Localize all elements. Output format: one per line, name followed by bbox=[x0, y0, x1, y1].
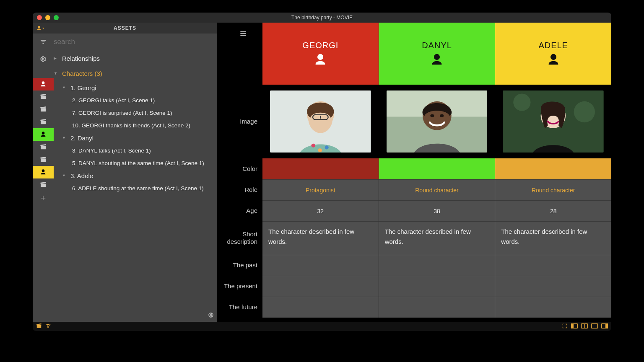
character-image-cell[interactable] bbox=[495, 85, 611, 158]
character-header-danyl[interactable]: DANYL bbox=[379, 23, 495, 85]
svg-point-31 bbox=[440, 114, 444, 117]
svg-rect-15 bbox=[40, 182, 46, 184]
character-badge-georgi[interactable] bbox=[33, 78, 54, 90]
past-cell[interactable] bbox=[379, 255, 495, 276]
layout-split-icon[interactable] bbox=[581, 323, 588, 330]
svg-rect-14 bbox=[41, 184, 46, 187]
portrait-image bbox=[270, 90, 371, 153]
tree-item-character[interactable]: ▼ 3. Adele bbox=[54, 169, 217, 182]
tree-item-event[interactable]: 3. DANYL talks (Act I, Scene 1) bbox=[54, 144, 217, 157]
user-menu-button[interactable]: ▾ bbox=[33, 26, 48, 31]
app-window: The birthday party - MOVIE ▾ ASSETS bbox=[33, 13, 611, 331]
tree-label: 10. GEORGI thanks his friends (Act I, Sc… bbox=[72, 122, 190, 129]
gear-icon[interactable] bbox=[33, 53, 54, 65]
svg-point-30 bbox=[430, 114, 434, 117]
row-label-role: Role bbox=[217, 179, 262, 200]
svg-point-26 bbox=[318, 148, 322, 152]
scene-icon bbox=[33, 103, 54, 116]
age-cell[interactable]: 32 bbox=[262, 200, 379, 221]
present-cell[interactable] bbox=[379, 276, 495, 297]
filter-icon[interactable] bbox=[33, 38, 54, 46]
layout-full-icon[interactable] bbox=[591, 323, 598, 330]
future-cell[interactable] bbox=[379, 297, 495, 318]
color-swatch[interactable] bbox=[379, 158, 495, 179]
short-description-cell[interactable]: The character described in few words. bbox=[379, 221, 495, 255]
svg-point-25 bbox=[325, 145, 329, 149]
tree-item-event[interactable]: 6. ADELE shouting at the same time (Act … bbox=[54, 182, 217, 194]
view-mode-scenes-icon[interactable] bbox=[36, 323, 42, 330]
scene-icon bbox=[33, 153, 54, 166]
svg-rect-5 bbox=[40, 94, 46, 96]
tree-label: Relationships bbox=[62, 55, 100, 62]
tree-item-event[interactable]: 7. GEORGI is surprised (Act I, Scene 1) bbox=[54, 106, 217, 119]
character-name: ADELE bbox=[538, 41, 568, 50]
svg-rect-9 bbox=[40, 119, 46, 121]
character-header-georgi[interactable]: GEORGI bbox=[262, 23, 379, 85]
tree-item-relationships[interactable]: ▶ Relationships bbox=[54, 52, 217, 65]
assets-header: ▾ ASSETS bbox=[33, 23, 217, 34]
role-cell[interactable]: Round character bbox=[495, 179, 611, 200]
tree-item-character[interactable]: ▼ 2. Danyl bbox=[54, 132, 217, 144]
character-image-cell[interactable] bbox=[379, 85, 495, 158]
search-row bbox=[33, 34, 217, 50]
tree-label: 3. Adele bbox=[70, 172, 93, 179]
tree-label: 7. GEORGI is surprised (Act I, Scene 1) bbox=[72, 110, 172, 116]
character-name: DANYL bbox=[422, 41, 452, 50]
asset-tree: ▶ Relationships ▼ Characters (3) ▼ 1. Ge… bbox=[54, 50, 217, 322]
short-description-cell[interactable]: The character described in few words. bbox=[495, 221, 611, 255]
row-label-image: Image bbox=[217, 85, 262, 158]
add-asset-button[interactable]: + bbox=[33, 191, 54, 205]
gutter-column: + bbox=[33, 50, 54, 322]
color-swatch[interactable] bbox=[495, 158, 611, 179]
role-cell[interactable]: Round character bbox=[379, 179, 495, 200]
character-header-adele[interactable]: ADELE bbox=[495, 23, 611, 85]
present-cell[interactable] bbox=[495, 276, 611, 297]
character-badge-adele[interactable] bbox=[33, 166, 54, 178]
layout-right-icon[interactable] bbox=[601, 323, 608, 330]
color-swatch[interactable] bbox=[262, 158, 379, 179]
age-cell[interactable]: 38 bbox=[379, 200, 495, 221]
tree-item-characters[interactable]: ▼ Characters (3) bbox=[54, 67, 217, 80]
chevron-down-icon: ▼ bbox=[54, 71, 58, 75]
assets-header-title: ASSETS bbox=[48, 25, 202, 31]
window-title: The birthday party - MOVIE bbox=[33, 15, 611, 21]
svg-rect-13 bbox=[40, 157, 46, 158]
tree-item-event[interactable]: 10. GEORGI thanks his friends (Act I, Sc… bbox=[54, 119, 217, 132]
chevron-down-icon: ▼ bbox=[62, 136, 66, 140]
age-cell[interactable]: 28 bbox=[495, 200, 611, 221]
tree-item-event[interactable]: 2. GEORGI talks (Act I, Scene 1) bbox=[54, 94, 217, 106]
scene-icon bbox=[33, 178, 54, 191]
tree-label: 1. Georgi bbox=[70, 84, 96, 91]
hamburger-icon[interactable] bbox=[239, 29, 247, 39]
panel-settings-icon[interactable] bbox=[208, 312, 214, 319]
svg-rect-47 bbox=[606, 323, 608, 328]
scene-icon bbox=[33, 141, 54, 153]
tree-item-character[interactable]: ▼ 1. Georgi bbox=[54, 81, 217, 94]
present-cell[interactable] bbox=[262, 276, 379, 297]
layout-left-icon[interactable] bbox=[571, 323, 578, 330]
short-description-cell[interactable]: The character described in few words. bbox=[262, 221, 379, 255]
past-cell[interactable] bbox=[495, 255, 611, 276]
row-labels-column: Image Color Role Age Short description T… bbox=[217, 23, 262, 322]
tree-item-event[interactable]: 5. DANYL shouting at the same time (Act … bbox=[54, 157, 217, 169]
svg-rect-45 bbox=[592, 323, 598, 328]
future-cell[interactable] bbox=[262, 297, 379, 318]
row-label-present: The present bbox=[217, 276, 262, 297]
role-cell[interactable]: Protagonist bbox=[262, 179, 379, 200]
character-image-cell[interactable] bbox=[262, 85, 379, 158]
svg-point-38 bbox=[46, 324, 47, 325]
fullscreen-icon[interactable] bbox=[562, 323, 568, 330]
tree-label: 6. ADELE shouting at the same time (Act … bbox=[72, 185, 204, 191]
svg-rect-36 bbox=[37, 325, 42, 328]
character-badge-danyl[interactable] bbox=[33, 128, 54, 141]
chevron-down-icon: ▼ bbox=[62, 85, 66, 90]
view-mode-graph-icon[interactable] bbox=[45, 323, 51, 330]
row-label-future: The future bbox=[217, 297, 262, 318]
svg-rect-12 bbox=[41, 158, 46, 162]
portrait-image bbox=[503, 90, 604, 153]
portrait-image bbox=[387, 90, 488, 153]
future-cell[interactable] bbox=[495, 297, 611, 318]
compare-panel: Image Color Role Age Short description T… bbox=[217, 23, 611, 322]
search-input[interactable] bbox=[54, 36, 217, 48]
past-cell[interactable] bbox=[262, 255, 379, 276]
